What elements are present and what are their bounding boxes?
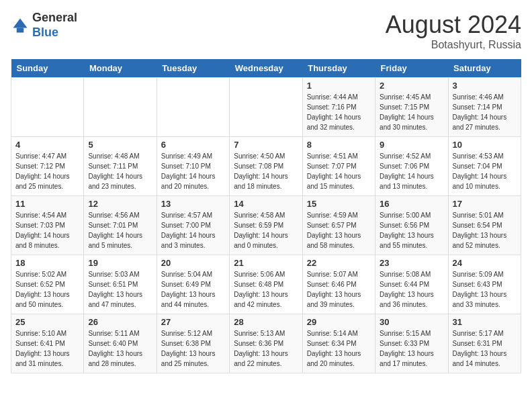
calendar-cell	[84, 78, 157, 137]
day-detail: Sunrise: 4:51 AM Sunset: 7:07 PM Dayligh…	[307, 151, 371, 191]
day-number: 20	[161, 258, 225, 268]
day-number: 2	[380, 81, 443, 91]
day-detail: Sunrise: 5:13 AM Sunset: 6:36 PM Dayligh…	[234, 328, 298, 369]
calendar-table: Sunday Monday Tuesday Wednesday Thursday…	[11, 59, 521, 373]
calendar-cell	[11, 78, 84, 137]
calendar-week-5: 25Sunrise: 5:10 AM Sunset: 6:41 PM Dayli…	[11, 314, 521, 373]
day-number: 18	[15, 258, 79, 268]
header-monday: Monday	[84, 59, 157, 78]
day-detail: Sunrise: 4:50 AM Sunset: 7:08 PM Dayligh…	[234, 151, 298, 191]
calendar-cell: 20Sunrise: 5:04 AM Sunset: 6:49 PM Dayli…	[157, 255, 229, 314]
calendar-cell: 28Sunrise: 5:13 AM Sunset: 6:36 PM Dayli…	[230, 314, 302, 373]
calendar-cell: 27Sunrise: 5:12 AM Sunset: 6:38 PM Dayli…	[157, 314, 229, 373]
svg-rect-1	[17, 28, 24, 32]
calendar-cell: 4Sunrise: 4:47 AM Sunset: 7:12 PM Daylig…	[11, 137, 84, 196]
calendar-cell: 6Sunrise: 4:49 AM Sunset: 7:10 PM Daylig…	[157, 137, 229, 196]
calendar-cell: 17Sunrise: 5:01 AM Sunset: 6:54 PM Dayli…	[448, 196, 521, 255]
day-detail: Sunrise: 4:58 AM Sunset: 6:59 PM Dayligh…	[234, 210, 298, 250]
location-subtitle: Botashyurt, Russia	[386, 39, 521, 51]
day-number: 12	[88, 199, 152, 209]
calendar-cell: 1Sunrise: 4:44 AM Sunset: 7:16 PM Daylig…	[302, 78, 375, 137]
calendar-cell: 16Sunrise: 5:00 AM Sunset: 6:56 PM Dayli…	[375, 196, 448, 255]
day-detail: Sunrise: 4:57 AM Sunset: 7:00 PM Dayligh…	[161, 210, 225, 250]
calendar-cell: 18Sunrise: 5:02 AM Sunset: 6:52 PM Dayli…	[11, 255, 84, 314]
calendar-cell: 3Sunrise: 4:46 AM Sunset: 7:14 PM Daylig…	[448, 78, 521, 137]
header-tuesday: Tuesday	[157, 59, 229, 78]
calendar-cell: 19Sunrise: 5:03 AM Sunset: 6:51 PM Dayli…	[84, 255, 157, 314]
day-number: 22	[307, 258, 371, 268]
calendar-cell	[157, 78, 229, 137]
calendar-cell: 30Sunrise: 5:15 AM Sunset: 6:33 PM Dayli…	[375, 314, 448, 373]
header-saturday: Saturday	[448, 59, 521, 78]
day-number: 4	[15, 140, 79, 150]
day-detail: Sunrise: 5:12 AM Sunset: 6:38 PM Dayligh…	[161, 328, 225, 369]
day-detail: Sunrise: 5:15 AM Sunset: 6:33 PM Dayligh…	[380, 328, 443, 369]
day-detail: Sunrise: 4:53 AM Sunset: 7:04 PM Dayligh…	[453, 151, 517, 191]
header-sunday: Sunday	[11, 59, 84, 78]
calendar-cell: 31Sunrise: 5:17 AM Sunset: 6:31 PM Dayli…	[448, 314, 521, 373]
day-detail: Sunrise: 4:44 AM Sunset: 7:16 PM Dayligh…	[307, 92, 371, 132]
day-number: 23	[380, 258, 443, 268]
day-detail: Sunrise: 5:01 AM Sunset: 6:54 PM Dayligh…	[453, 210, 517, 250]
day-number: 10	[453, 140, 517, 150]
calendar-cell: 10Sunrise: 4:53 AM Sunset: 7:04 PM Dayli…	[448, 137, 521, 196]
header-row: Sunday Monday Tuesday Wednesday Thursday…	[11, 59, 521, 78]
day-detail: Sunrise: 5:17 AM Sunset: 6:31 PM Dayligh…	[453, 328, 517, 369]
calendar-week-3: 11Sunrise: 4:54 AM Sunset: 7:03 PM Dayli…	[11, 196, 521, 255]
day-number: 31	[453, 317, 517, 327]
day-detail: Sunrise: 5:04 AM Sunset: 6:49 PM Dayligh…	[161, 269, 225, 310]
calendar-cell: 8Sunrise: 4:51 AM Sunset: 7:07 PM Daylig…	[302, 137, 375, 196]
day-number: 13	[161, 199, 225, 209]
day-detail: Sunrise: 5:06 AM Sunset: 6:48 PM Dayligh…	[234, 269, 298, 310]
logo: General Blue	[11, 11, 77, 40]
calendar-cell: 23Sunrise: 5:08 AM Sunset: 6:44 PM Dayli…	[375, 255, 448, 314]
day-detail: Sunrise: 4:56 AM Sunset: 7:01 PM Dayligh…	[88, 210, 152, 250]
calendar-week-4: 18Sunrise: 5:02 AM Sunset: 6:52 PM Dayli…	[11, 255, 521, 314]
calendar-cell: 15Sunrise: 4:59 AM Sunset: 6:57 PM Dayli…	[302, 196, 375, 255]
day-number: 11	[15, 199, 79, 209]
day-number: 29	[307, 317, 371, 327]
calendar-cell: 22Sunrise: 5:07 AM Sunset: 6:46 PM Dayli…	[302, 255, 375, 314]
day-number: 1	[307, 81, 371, 91]
calendar-cell: 25Sunrise: 5:10 AM Sunset: 6:41 PM Dayli…	[11, 314, 84, 373]
day-detail: Sunrise: 4:46 AM Sunset: 7:14 PM Dayligh…	[453, 92, 517, 132]
day-detail: Sunrise: 5:08 AM Sunset: 6:44 PM Dayligh…	[380, 269, 443, 310]
day-detail: Sunrise: 5:11 AM Sunset: 6:40 PM Dayligh…	[88, 328, 152, 369]
logo-text: General Blue	[32, 11, 77, 40]
day-detail: Sunrise: 4:59 AM Sunset: 6:57 PM Dayligh…	[307, 210, 371, 250]
day-number: 5	[88, 140, 152, 150]
day-number: 14	[234, 199, 298, 209]
header-wednesday: Wednesday	[230, 59, 302, 78]
month-year-title: August 2024	[386, 11, 521, 39]
calendar-cell: 13Sunrise: 4:57 AM Sunset: 7:00 PM Dayli…	[157, 196, 229, 255]
day-detail: Sunrise: 4:49 AM Sunset: 7:10 PM Dayligh…	[161, 151, 225, 191]
day-detail: Sunrise: 5:09 AM Sunset: 6:43 PM Dayligh…	[453, 269, 517, 310]
day-number: 15	[307, 199, 371, 209]
day-detail: Sunrise: 4:54 AM Sunset: 7:03 PM Dayligh…	[15, 210, 79, 250]
calendar-cell	[230, 78, 302, 137]
day-detail: Sunrise: 5:10 AM Sunset: 6:41 PM Dayligh…	[15, 328, 79, 369]
day-number: 7	[234, 140, 298, 150]
day-number: 21	[234, 258, 298, 268]
day-number: 28	[234, 317, 298, 327]
title-block: August 2024 Botashyurt, Russia	[386, 11, 521, 51]
logo-blue-text: Blue	[32, 26, 58, 39]
calendar-week-2: 4Sunrise: 4:47 AM Sunset: 7:12 PM Daylig…	[11, 137, 521, 196]
calendar-cell: 12Sunrise: 4:56 AM Sunset: 7:01 PM Dayli…	[84, 196, 157, 255]
day-detail: Sunrise: 5:07 AM Sunset: 6:46 PM Dayligh…	[307, 269, 371, 310]
day-number: 6	[161, 140, 225, 150]
svg-marker-0	[13, 18, 28, 28]
day-detail: Sunrise: 5:02 AM Sunset: 6:52 PM Dayligh…	[15, 269, 79, 310]
day-detail: Sunrise: 5:14 AM Sunset: 6:34 PM Dayligh…	[307, 328, 371, 369]
calendar-cell: 9Sunrise: 4:52 AM Sunset: 7:06 PM Daylig…	[375, 137, 448, 196]
day-detail: Sunrise: 4:52 AM Sunset: 7:06 PM Dayligh…	[380, 151, 443, 191]
day-number: 8	[307, 140, 371, 150]
day-number: 26	[88, 317, 152, 327]
day-detail: Sunrise: 4:48 AM Sunset: 7:11 PM Dayligh…	[88, 151, 152, 191]
calendar-cell: 7Sunrise: 4:50 AM Sunset: 7:08 PM Daylig…	[230, 137, 302, 196]
day-number: 3	[453, 81, 517, 91]
header-friday: Friday	[375, 59, 448, 78]
calendar-cell: 2Sunrise: 4:45 AM Sunset: 7:15 PM Daylig…	[375, 78, 448, 137]
day-number: 27	[161, 317, 225, 327]
day-number: 17	[453, 199, 517, 209]
